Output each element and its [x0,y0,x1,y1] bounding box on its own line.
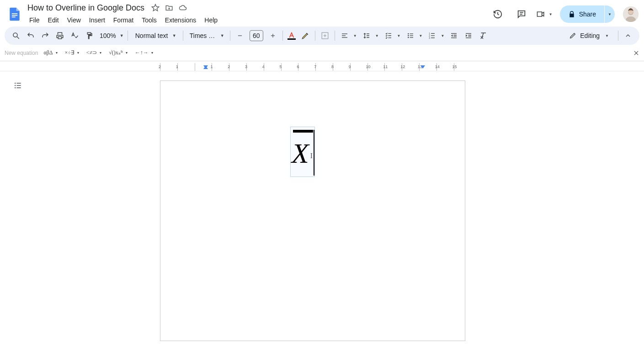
separator [618,31,618,41]
numbered-list-button[interactable]: 123▼ [425,29,446,43]
chevron-down-icon: ▼ [417,34,425,38]
menu-insert[interactable]: Insert [85,15,109,26]
separator [230,31,230,41]
main-toolbar: 100%▼ Normal text▼ Times …▼ ▼ ▼ ▼ ▼ 123▼… [5,27,639,45]
highlight-color-button[interactable] [298,29,312,43]
zoom-select[interactable]: 100%▼ [97,32,125,39]
chevron-down-icon: ▾ [54,51,59,55]
cloud-status-icon[interactable] [178,3,187,12]
star-icon[interactable] [151,3,160,12]
pencil-icon [569,32,576,39]
chevron-down-icon: ▾ [98,51,103,55]
svg-point-44 [15,87,16,89]
separator [128,31,128,41]
menu-edit[interactable]: Edit [44,15,63,26]
chevron-down-icon: ▾ [75,51,81,55]
share-label: Share [579,11,596,18]
paragraph-style-select[interactable]: Normal text▼ [131,32,180,39]
increase-indent-button[interactable] [462,29,475,43]
chevron-down-icon: ▼ [395,34,403,38]
lock-icon [568,11,575,18]
paint-format-button[interactable] [82,29,96,43]
chevron-down-icon: ▼ [351,34,359,38]
separator [282,31,283,41]
collapse-toolbar-button[interactable] [621,29,635,43]
document-title[interactable]: How to Overline in Google Docs [26,2,146,14]
overline-bar [293,130,313,133]
right-indent-marker[interactable] [420,65,425,69]
svg-point-42 [15,83,16,84]
separator [183,31,183,41]
chevron-down-icon: ▼ [547,12,554,16]
line-spacing-button[interactable]: ▼ [360,29,381,43]
horizontal-ruler[interactable]: 2 1 1 2 3 4 5 6 7 8 9 10 11 12 13 14 15 [0,63,644,71]
page[interactable]: X I [160,80,465,341]
search-menus-button[interactable] [9,29,23,43]
chevron-down-icon: ▼ [172,33,176,38]
chevron-down-icon: ▼ [603,34,611,38]
equation-box[interactable]: X I [290,127,315,177]
chevron-down-icon: ▼ [220,33,224,38]
mode-label: Editing [580,32,600,39]
eq-math-button[interactable]: √()xₐᵇ▾ [109,49,129,56]
decrease-indent-button[interactable] [447,29,461,43]
title-bar: How to Overline in Google Docs File Edit… [0,0,644,27]
align-button[interactable]: ▼ [338,29,359,43]
move-icon[interactable] [165,3,174,12]
clear-formatting-button[interactable] [476,29,490,43]
first-line-indent-marker[interactable] [203,66,208,69]
menu-extensions[interactable]: Extensions [161,15,200,26]
docs-logo-icon[interactable] [5,5,24,23]
eq-operators-button[interactable]: ×÷∃▾ [65,49,81,56]
equation-cursor [314,130,314,176]
menu-file[interactable]: File [26,15,43,26]
new-equation-button[interactable]: New equation [5,50,38,56]
svg-point-22 [408,37,409,38]
equation-content: X [292,137,309,170]
text-color-button[interactable] [286,30,298,42]
print-button[interactable] [53,29,67,43]
separator [315,31,315,41]
spellcheck-button[interactable] [68,29,81,43]
chevron-down-icon: ▼ [120,33,124,38]
svg-rect-2 [12,16,16,17]
menu-tools[interactable]: Tools [138,15,160,26]
document-canvas[interactable]: X I [0,71,644,346]
decrease-font-size-button[interactable] [233,29,247,43]
mode-select[interactable]: Editing ▼ [566,32,615,39]
chevron-down-icon: ▼ [373,34,381,38]
svg-rect-0 [12,13,17,14]
menu-format[interactable]: Format [110,15,137,26]
outline-toggle-button[interactable] [11,79,25,92]
text-caret-icon: I [310,152,313,160]
close-equation-bar-button[interactable] [633,50,639,56]
eq-arrows-button[interactable]: ←↑→▾ [135,49,155,56]
menu-view[interactable]: View [64,15,85,26]
style-value: Normal text [135,32,168,39]
chevron-down-icon: ▼ [606,12,613,16]
history-icon[interactable] [489,5,507,23]
svg-point-21 [408,35,409,37]
eq-relations-button[interactable]: <≠⊃▾ [86,49,103,56]
eq-greek-button[interactable]: αβΔ▾ [43,49,59,56]
insert-image-button[interactable] [318,29,332,43]
font-size-input[interactable] [250,30,263,41]
font-value: Times … [190,32,215,39]
account-avatar[interactable] [623,6,639,22]
chevron-down-icon: ▾ [149,51,155,55]
equation-toolbar: New equation αβΔ▾ ×÷∃▾ <≠⊃▾ √()xₐᵇ▾ ←↑→▾ [0,45,644,61]
meet-button[interactable]: ▼ [536,5,554,23]
menu-help[interactable]: Help [201,15,221,26]
checklist-button[interactable]: ▼ [382,29,403,43]
redo-button[interactable] [38,29,52,43]
share-button[interactable]: Share [560,5,604,23]
font-select[interactable]: Times …▼ [186,32,227,39]
share-button-group: Share ▼ [560,5,615,23]
bulleted-list-button[interactable]: ▼ [404,29,425,43]
svg-point-20 [408,33,409,35]
chevron-down-icon: ▾ [124,51,129,55]
comments-icon[interactable] [512,5,531,23]
increase-font-size-button[interactable] [266,29,280,43]
share-dropdown[interactable]: ▼ [605,5,615,23]
undo-button[interactable] [24,29,37,43]
